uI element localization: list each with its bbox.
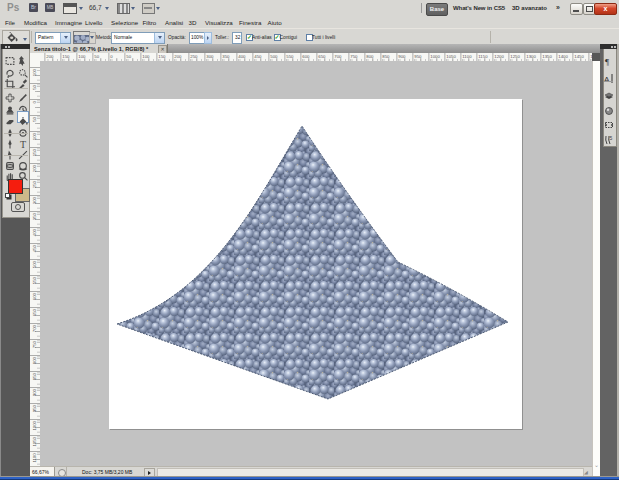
svg-text:50: 50 bbox=[94, 54, 99, 59]
svg-text:350: 350 bbox=[32, 212, 37, 220]
svg-text:300: 300 bbox=[32, 196, 37, 204]
svg-text:1100: 1100 bbox=[462, 54, 472, 59]
svg-text:1300: 1300 bbox=[526, 54, 536, 59]
svg-text:750: 750 bbox=[32, 340, 37, 348]
svg-text:500: 500 bbox=[32, 260, 37, 268]
svg-text:1400: 1400 bbox=[558, 54, 568, 59]
svg-text:1050: 1050 bbox=[32, 436, 37, 446]
svg-text:200: 200 bbox=[46, 54, 54, 59]
svg-text:1450: 1450 bbox=[574, 54, 584, 59]
svg-text:0: 0 bbox=[32, 100, 37, 103]
svg-text:650: 650 bbox=[318, 54, 326, 59]
svg-text:450: 450 bbox=[32, 244, 37, 252]
svg-text:150: 150 bbox=[32, 148, 37, 156]
svg-text:900: 900 bbox=[398, 54, 406, 59]
svg-text:1150: 1150 bbox=[478, 54, 488, 59]
svg-text:700: 700 bbox=[334, 54, 342, 59]
svg-text:450: 450 bbox=[254, 54, 262, 59]
svg-text:650: 650 bbox=[32, 308, 37, 316]
svg-text:800: 800 bbox=[32, 356, 37, 364]
svg-text:1000: 1000 bbox=[32, 420, 37, 430]
svg-text:100: 100 bbox=[142, 54, 150, 59]
svg-text:150: 150 bbox=[158, 54, 166, 59]
svg-text:0: 0 bbox=[110, 54, 113, 59]
svg-text:750: 750 bbox=[350, 54, 358, 59]
svg-text:950: 950 bbox=[414, 54, 422, 59]
svg-text:400: 400 bbox=[32, 228, 37, 236]
svg-text:150: 150 bbox=[62, 54, 70, 59]
svg-text:200: 200 bbox=[174, 54, 182, 59]
svg-text:1250: 1250 bbox=[510, 54, 520, 59]
svg-text:700: 700 bbox=[32, 324, 37, 332]
svg-text:900: 900 bbox=[32, 388, 37, 396]
svg-text:50: 50 bbox=[32, 116, 37, 121]
svg-text:1350: 1350 bbox=[542, 54, 552, 59]
svg-text:1000: 1000 bbox=[430, 54, 440, 59]
svg-text:5: 5 bbox=[610, 135, 613, 141]
svg-text:600: 600 bbox=[32, 292, 37, 300]
svg-text:200: 200 bbox=[32, 164, 37, 172]
svg-text:950: 950 bbox=[32, 404, 37, 412]
svg-text:100: 100 bbox=[32, 68, 37, 76]
svg-text:350: 350 bbox=[222, 54, 230, 59]
svg-text:400: 400 bbox=[238, 54, 246, 59]
svg-text:1100: 1100 bbox=[32, 453, 37, 463]
svg-text:850: 850 bbox=[32, 372, 37, 380]
svg-text:250: 250 bbox=[32, 180, 37, 188]
svg-text:850: 850 bbox=[382, 54, 390, 59]
svg-text:600: 600 bbox=[302, 54, 310, 59]
svg-text:100: 100 bbox=[78, 54, 86, 59]
svg-text:800: 800 bbox=[366, 54, 374, 59]
svg-text:50: 50 bbox=[126, 54, 131, 59]
svg-text:1500: 1500 bbox=[590, 54, 592, 59]
svg-text:1050: 1050 bbox=[446, 54, 456, 59]
svg-text:550: 550 bbox=[286, 54, 294, 59]
svg-text:¶: ¶ bbox=[605, 57, 609, 66]
svg-text:1200: 1200 bbox=[494, 54, 504, 59]
svg-text:500: 500 bbox=[270, 54, 278, 59]
svg-text:550: 550 bbox=[32, 276, 37, 284]
svg-text:300: 300 bbox=[206, 54, 214, 59]
svg-text:100: 100 bbox=[32, 132, 37, 140]
svg-text:250: 250 bbox=[190, 54, 198, 59]
svg-text:50: 50 bbox=[32, 84, 37, 89]
